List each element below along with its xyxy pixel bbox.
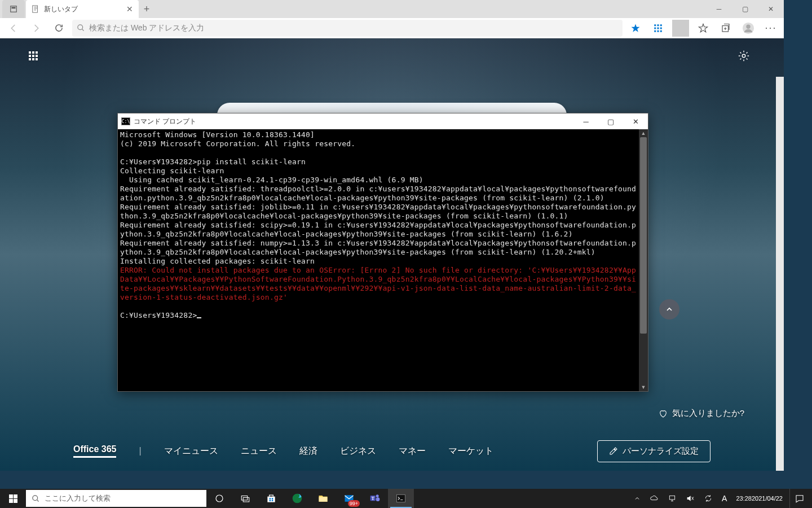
- cursor-icon: [197, 317, 201, 318]
- svg-point-16: [742, 54, 745, 58]
- nav-money[interactable]: マネー: [399, 445, 426, 457]
- tab-strip: 新しいタブ ✕ + ─ ▢ ✕: [0, 0, 784, 18]
- svg-rect-6: [660, 24, 662, 26]
- taskbar-teams-icon[interactable]: T: [362, 489, 388, 508]
- favorites-icon[interactable]: [695, 20, 712, 37]
- nav-separator: |: [139, 446, 141, 456]
- taskbar-mail-icon[interactable]: 99+: [336, 489, 362, 508]
- svg-rect-31: [376, 497, 380, 501]
- nav-business[interactable]: ビジネス: [340, 445, 376, 457]
- back-button[interactable]: [5, 19, 23, 37]
- svg-rect-10: [654, 30, 656, 32]
- tray-onedrive-icon[interactable]: [647, 489, 661, 508]
- window-controls: ─ ▢ ✕: [706, 0, 784, 18]
- tray-notification-icon[interactable]: [789, 489, 809, 508]
- svg-rect-11: [657, 30, 659, 32]
- svg-point-30: [376, 494, 379, 497]
- svg-point-25: [293, 494, 302, 503]
- cmd-output[interactable]: Microsoft Windows [Version 10.0.18363.14…: [118, 129, 639, 391]
- cmd-close-button[interactable]: ✕: [623, 113, 648, 129]
- scroll-down-arrow-icon[interactable]: ▼: [639, 383, 648, 391]
- menu-icon[interactable]: ···: [762, 20, 779, 37]
- forward-button[interactable]: [27, 19, 45, 37]
- gear-icon[interactable]: [738, 50, 750, 62]
- personalize-button[interactable]: パーソナライズ設定: [597, 440, 710, 462]
- scroll-up-button[interactable]: [659, 299, 679, 319]
- nav-economy[interactable]: 経済: [299, 445, 317, 457]
- nav-office365[interactable]: Office 365: [73, 444, 116, 458]
- address-bar: 検索または Web アドレスを入力 ···: [0, 18, 784, 38]
- taskbar-store-icon[interactable]: [258, 489, 284, 508]
- taskbar-cmd-icon[interactable]: [388, 489, 414, 508]
- app-launcher-icon[interactable]: [28, 51, 38, 61]
- svg-rect-7: [654, 27, 656, 29]
- refresh-button[interactable]: [50, 19, 68, 37]
- svg-rect-19: [241, 496, 248, 501]
- mail-badge: 99+: [348, 500, 360, 507]
- collections-icon[interactable]: [717, 20, 734, 37]
- tab-add-button[interactable]: +: [139, 3, 155, 15]
- cmd-titlebar[interactable]: C:\ コマンド プロンプト ─ ▢ ✕: [118, 113, 648, 129]
- close-button[interactable]: ✕: [758, 0, 784, 18]
- scroll-thumb[interactable]: [640, 137, 647, 334]
- cmd-output-error: ERROR: Could not install packages due to…: [120, 266, 636, 301]
- svg-rect-22: [272, 498, 273, 500]
- svg-rect-26: [319, 497, 328, 502]
- task-view-icon[interactable]: [232, 489, 258, 508]
- svg-rect-9: [660, 27, 662, 29]
- svg-point-15: [746, 24, 750, 28]
- svg-rect-20: [243, 498, 249, 502]
- tray-clock[interactable]: 23:28 2021/04/22: [734, 489, 785, 508]
- svg-rect-12: [660, 30, 662, 32]
- svg-rect-8: [657, 27, 659, 29]
- favorite-star-icon[interactable]: [627, 20, 644, 37]
- cmd-icon: C:\: [121, 117, 130, 125]
- cmd-scrollbar[interactable]: ▲ ▼: [639, 129, 648, 391]
- profile-icon[interactable]: [740, 20, 757, 37]
- cmd-minimize-button[interactable]: ─: [573, 113, 598, 129]
- cmd-output-plain: Microsoft Windows [Version 10.0.18363.14…: [120, 130, 636, 265]
- svg-point-18: [216, 495, 223, 502]
- tab-title: 新しいタブ: [44, 5, 78, 14]
- like-prompt[interactable]: 気に入りましたか?: [659, 408, 744, 419]
- cmd-maximize-button[interactable]: ▢: [598, 113, 623, 129]
- svg-rect-0: [11, 6, 17, 12]
- toolbar-divider: [672, 20, 689, 37]
- svg-point-3: [78, 25, 83, 30]
- start-button[interactable]: [0, 489, 26, 508]
- svg-rect-4: [654, 24, 656, 26]
- windows-logo-icon: [8, 494, 17, 503]
- tray-volume-icon[interactable]: [683, 489, 697, 508]
- like-prompt-label: 気に入りましたか?: [672, 408, 744, 419]
- tab-page-icon: [32, 5, 39, 13]
- system-tray: A 23:28 2021/04/22: [632, 489, 812, 508]
- taskbar: ここに入力して検索 99+ T A 23:28 2021/04/22: [0, 489, 812, 508]
- browser-scrollbar[interactable]: [776, 77, 784, 471]
- address-input[interactable]: 検索または Web アドレスを入力: [72, 20, 623, 37]
- tray-ime-icon[interactable]: A: [720, 489, 729, 508]
- taskbar-search-input[interactable]: ここに入力して検索: [26, 490, 206, 507]
- nav-mynews[interactable]: マイニュース: [164, 445, 218, 457]
- tab-pinned[interactable]: [2, 0, 25, 18]
- taskbar-edge-icon[interactable]: [284, 489, 310, 508]
- taskbar-explorer-icon[interactable]: [310, 489, 336, 508]
- svg-rect-33: [669, 496, 674, 500]
- newtab-bottom-nav: Office 365 | マイニュース ニュース 経済 ビジネス マネー マーケ…: [0, 431, 784, 471]
- nav-news[interactable]: ニュース: [241, 445, 277, 457]
- tray-sync-icon[interactable]: [701, 489, 715, 508]
- tray-chevron-icon[interactable]: [632, 489, 643, 508]
- cortana-icon[interactable]: [206, 489, 232, 508]
- minimize-button[interactable]: ─: [706, 0, 732, 18]
- taskbar-search-placeholder: ここに入力して検索: [45, 493, 111, 503]
- svg-rect-21: [270, 498, 271, 500]
- tray-network-icon[interactable]: [665, 489, 679, 508]
- apps-grid-icon[interactable]: [650, 20, 667, 37]
- scroll-up-arrow-icon[interactable]: ▲: [639, 129, 648, 137]
- svg-rect-5: [657, 24, 659, 26]
- cmd-title-text: コマンド プロンプト: [134, 117, 196, 126]
- nav-market[interactable]: マーケット: [448, 445, 493, 457]
- tab-active[interactable]: 新しいタブ ✕: [26, 0, 139, 18]
- tab-close-icon[interactable]: ✕: [126, 5, 133, 14]
- maximize-button[interactable]: ▢: [732, 0, 758, 18]
- tray-date: 2021/04/22: [752, 495, 783, 502]
